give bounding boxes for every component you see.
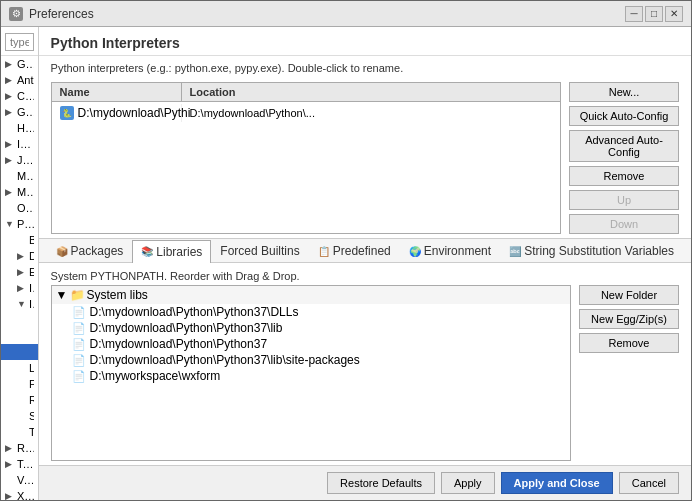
cancel-button[interactable]: Cancel [619,472,679,494]
sidebar-item-run-debug[interactable]: ▶ Run/Debug [1,440,38,456]
sidebar-item-code-recommenders[interactable]: ▶ Code Recommenders [1,88,38,104]
sidebar-item-python-interpreter[interactable]: Python Interpreter [1,344,38,360]
libs-desc: System PYTHONPATH. Reorder with Drag & D… [51,267,679,285]
maximize-button[interactable]: □ [645,6,663,22]
sidebar-item-run[interactable]: Run [1,392,38,408]
sidebar-item-general[interactable]: ▶ General [1,56,38,72]
apply-close-button[interactable]: Apply and Close [501,472,613,494]
col-name: Name [52,83,182,101]
interpreter-table: Name Location 🐍 D:\mydownload\Pythi D:\m… [51,82,561,234]
title-bar: ⚙ Preferences ─ □ ✕ [1,1,691,27]
search-box [1,29,38,56]
group-label: System libs [87,288,148,302]
sidebar-item-oomph[interactable]: Oomph [1,200,38,216]
sidebar-item-team[interactable]: ▶ Team [1,456,38,472]
sidebar-item-pydev[interactable]: ▼ PyDev [1,216,38,232]
sidebar-item-validation[interactable]: Validation [1,472,38,488]
environment-icon: 🌍 [409,246,421,257]
lib-item-python37[interactable]: 📄 D:\mydownload\Python\Python37 [52,336,570,352]
table-header: Name Location [52,83,560,102]
window-controls: ─ □ ✕ [625,6,683,22]
interpreter-name: 🐍 D:\mydownload\Pythi [52,104,182,122]
libraries-icon: 📚 [141,246,153,257]
arrow-icon: ▶ [5,443,15,453]
sidebar-item-logging[interactable]: Logging [1,360,38,376]
sidebar: ▶ General ▶ Ant ▶ Code Recommenders ▶ Gr… [1,27,39,500]
table-row[interactable]: 🐍 D:\mydownload\Pythi D:\mydownload\Pyth… [52,102,560,124]
arrow-icon: ▶ [5,491,15,500]
main-content: ▶ General ▶ Ant ▶ Code Recommenders ▶ Gr… [1,27,691,500]
arrow-icon: ▶ [5,155,15,165]
tab-packages[interactable]: 📦 Packages [47,239,133,262]
sidebar-item-scripting-pydev[interactable]: Scripting PyDev [1,408,38,424]
sidebar-item-pyunit[interactable]: PyUnit [1,376,38,392]
arrow-icon: ▶ [5,459,15,469]
tab-string-substitution[interactable]: 🔤 String Substitution Variables [500,239,683,262]
sidebar-item-interpreters[interactable]: ▼ Interpreters [1,296,38,312]
predefined-icon: 📋 [318,246,330,257]
libs-tree: ▼ 📁 System libs 📄 D:\mydownload\Python\P… [51,285,571,461]
libraries-area: System PYTHONPATH. Reorder with Drag & D… [39,263,691,465]
quick-auto-config-button[interactable]: Quick Auto-Config [569,106,679,126]
arrow-icon: ▼ [17,299,27,309]
libs-content: ▼ 📁 System libs 📄 D:\mydownload\Python\P… [51,285,679,461]
sidebar-item-task-tags[interactable]: Task Tags [1,424,38,440]
new-egg-zip-button[interactable]: New Egg/Zip(s) [579,309,679,329]
sidebar-item-java[interactable]: ▶ Java [1,152,38,168]
system-libs-group[interactable]: ▼ 📁 System libs [52,286,570,304]
arrow-icon: ▶ [5,187,15,197]
interpreter-buttons: New... Quick Auto-Config Advanced Auto-C… [569,82,679,234]
sidebar-item-install-update[interactable]: ▶ Install/Update [1,136,38,152]
sidebar-item-xml[interactable]: ▶ XML [1,488,38,500]
sidebar-item-interactive-console[interactable]: ▶ Interactive Console [1,280,38,296]
main-panel: Python Interpreters Python interpreters … [39,27,691,500]
new-button[interactable]: New... [569,82,679,102]
sidebar-item-ant[interactable]: ▶ Ant [1,72,38,88]
panel-desc: Python interpreters (e.g.: python.exe, p… [39,56,691,78]
tab-environment[interactable]: 🌍 Environment [400,239,500,262]
panel-title: Python Interpreters [39,27,691,56]
new-folder-button[interactable]: New Folder [579,285,679,305]
arrow-icon: ▶ [17,283,27,293]
tab-predefined[interactable]: 📋 Predefined [309,239,400,262]
bottom-bar: Restore Defaults Apply Apply and Close C… [39,465,691,500]
lib-item-lib[interactable]: 📄 D:\mydownload\Python\Python37\lib [52,320,570,336]
arrow-icon: ▶ [5,139,15,149]
advanced-auto-config-button[interactable]: Advanced Auto-Config [569,130,679,162]
sidebar-item-mylyn[interactable]: ▶ Mylyn [1,184,38,200]
interpreter-location: D:\mydownload\Python\... [182,105,560,121]
sidebar-item-jython[interactable]: Jython Interpreter [1,328,38,344]
arrow-icon: ▶ [5,75,15,85]
file-icon: 📄 [72,306,86,319]
sidebar-item-builders[interactable]: Builders [1,232,38,248]
library-buttons: New Folder New Egg/Zip(s) Remove [579,285,679,461]
file-icon: 📄 [72,322,86,335]
remove-lib-button[interactable]: Remove [579,333,679,353]
close-button[interactable]: ✕ [665,6,683,22]
sidebar-item-gradle[interactable]: ▶ Gradle [1,104,38,120]
minimize-button[interactable]: ─ [625,6,643,22]
lib-item-dlls[interactable]: 📄 D:\mydownload\Python\Python37\DLLs [52,304,570,320]
file-icon: 📄 [72,338,86,351]
restore-defaults-button[interactable]: Restore Defaults [327,472,435,494]
file-icon: 📄 [72,370,86,383]
search-input[interactable] [5,33,34,51]
tab-libraries[interactable]: 📚 Libraries [132,240,211,263]
arrow-icon: ▶ [5,91,15,101]
packages-icon: 📦 [56,246,68,257]
remove-interpreter-button[interactable]: Remove [569,166,679,186]
down-button[interactable]: Down [569,214,679,234]
sidebar-item-ironpython[interactable]: IronPython Interpreter [1,312,38,328]
expand-icon: ▼ [56,288,68,302]
sidebar-item-maven[interactable]: Maven [1,168,38,184]
arrow-icon: ▼ [5,219,15,229]
sidebar-item-editor[interactable]: ▶ Editor [1,264,38,280]
sidebar-item-help[interactable]: Help [1,120,38,136]
apply-button[interactable]: Apply [441,472,495,494]
tab-forced-builtins[interactable]: Forced Builtins [211,239,308,262]
lib-item-site-packages[interactable]: 📄 D:\mydownload\Python\Python37\lib\site… [52,352,570,368]
lib-item-wxform[interactable]: 📄 D:\myworkspace\wxform [52,368,570,384]
folder-icon: 📁 [70,288,85,302]
up-button[interactable]: Up [569,190,679,210]
sidebar-item-debug[interactable]: ▶ Debug [1,248,38,264]
